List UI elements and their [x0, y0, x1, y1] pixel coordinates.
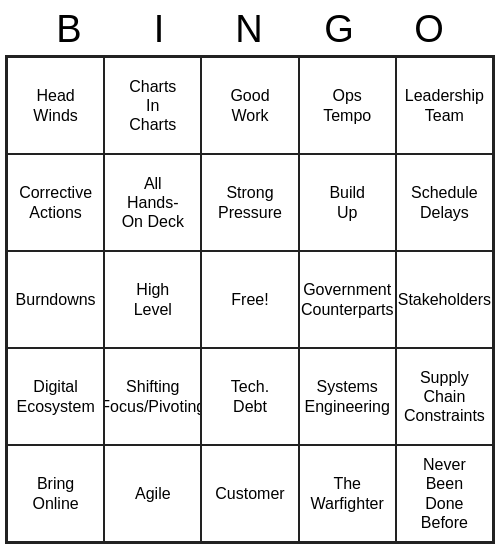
bingo-cell-7: Strong Pressure — [201, 154, 298, 251]
bingo-cell-2: Good Work — [201, 57, 298, 154]
bingo-cell-10: Burndowns — [7, 251, 104, 348]
cell-text-17: Tech. Debt — [231, 377, 269, 415]
cell-text-15: Digital Ecosystem — [16, 377, 94, 415]
cell-text-23: The Warfighter — [311, 474, 384, 512]
cell-text-2: Good Work — [230, 86, 269, 124]
bingo-cell-1: Charts In Charts — [104, 57, 201, 154]
cell-text-14: Stakeholders — [398, 290, 491, 309]
cell-text-24: Never Been Done Before — [421, 455, 468, 532]
bingo-cell-8: Build Up — [299, 154, 396, 251]
bingo-letter-B: B — [25, 8, 115, 51]
cell-text-4: Leadership Team — [405, 86, 484, 124]
bingo-cell-19: Supply Chain Constraints — [396, 348, 493, 445]
bingo-title: BINGO — [5, 0, 495, 55]
bingo-cell-21: Agile — [104, 445, 201, 542]
cell-text-5: Corrective Actions — [19, 183, 92, 221]
bingo-grid: Head WindsCharts In ChartsGood WorkOps T… — [5, 55, 495, 544]
cell-text-9: Schedule Delays — [411, 183, 478, 221]
bingo-letter-G: G — [295, 8, 385, 51]
bingo-cell-18: Systems Engineering — [299, 348, 396, 445]
bingo-cell-3: Ops Tempo — [299, 57, 396, 154]
bingo-cell-15: Digital Ecosystem — [7, 348, 104, 445]
bingo-cell-16: Shifting Focus/Pivoting — [104, 348, 201, 445]
bingo-cell-9: Schedule Delays — [396, 154, 493, 251]
bingo-cell-23: The Warfighter — [299, 445, 396, 542]
bingo-letter-O: O — [385, 8, 475, 51]
cell-text-18: Systems Engineering — [304, 377, 389, 415]
bingo-cell-22: Customer — [201, 445, 298, 542]
cell-text-20: Bring Online — [32, 474, 78, 512]
cell-text-1: Charts In Charts — [129, 77, 176, 135]
bingo-cell-0: Head Winds — [7, 57, 104, 154]
cell-text-8: Build Up — [329, 183, 365, 221]
bingo-cell-6: All Hands- On Deck — [104, 154, 201, 251]
bingo-cell-4: Leadership Team — [396, 57, 493, 154]
bingo-letter-I: I — [115, 8, 205, 51]
bingo-cell-11: High Level — [104, 251, 201, 348]
bingo-cell-13: Government Counterparts — [299, 251, 396, 348]
bingo-cell-14: Stakeholders — [396, 251, 493, 348]
bingo-cell-20: Bring Online — [7, 445, 104, 542]
bingo-cell-12: Free! — [201, 251, 298, 348]
cell-text-19: Supply Chain Constraints — [404, 368, 485, 426]
bingo-cell-5: Corrective Actions — [7, 154, 104, 251]
cell-text-21: Agile — [135, 484, 171, 503]
bingo-cell-17: Tech. Debt — [201, 348, 298, 445]
cell-text-10: Burndowns — [16, 290, 96, 309]
bingo-cell-24: Never Been Done Before — [396, 445, 493, 542]
bingo-letter-N: N — [205, 8, 295, 51]
cell-text-7: Strong Pressure — [218, 183, 282, 221]
cell-text-0: Head Winds — [33, 86, 77, 124]
cell-text-12: Free! — [231, 290, 268, 309]
cell-text-6: All Hands- On Deck — [122, 174, 184, 232]
cell-text-16: Shifting Focus/Pivoting — [104, 377, 201, 415]
cell-text-11: High Level — [134, 280, 172, 318]
cell-text-3: Ops Tempo — [323, 86, 371, 124]
cell-text-22: Customer — [215, 484, 284, 503]
cell-text-13: Government Counterparts — [301, 280, 394, 318]
